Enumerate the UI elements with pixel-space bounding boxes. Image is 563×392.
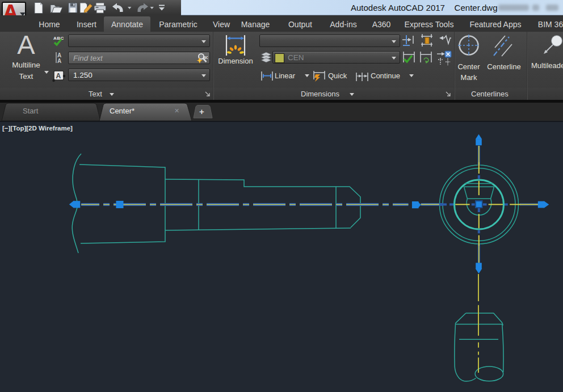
svg-text:A: A — [57, 58, 61, 64]
svg-text:ABC: ABC — [53, 36, 64, 41]
svg-text:A: A — [56, 72, 61, 80]
